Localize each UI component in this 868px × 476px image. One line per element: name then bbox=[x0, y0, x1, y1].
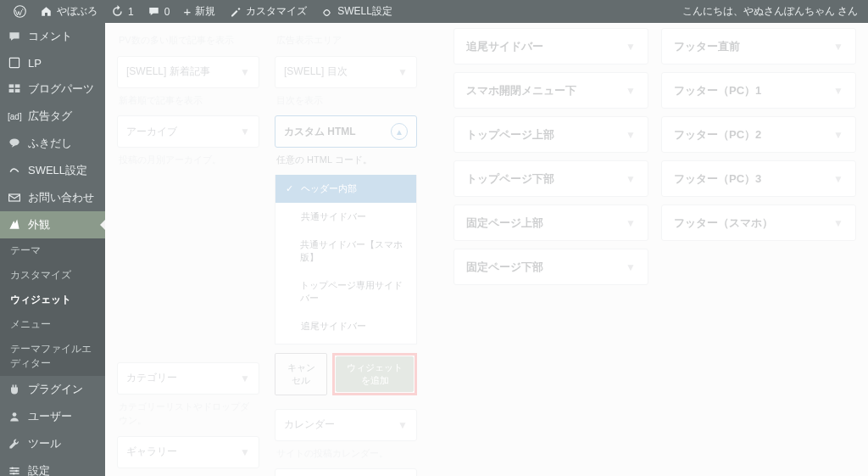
svg-point-8 bbox=[13, 412, 17, 417]
admin-toolbar: やぼぶろ 1 0 +新規 カスタマイズ SWELL設定 こんにちは、やぬさんぽん… bbox=[0, 0, 868, 23]
submenu-theme-editor[interactable]: テーマファイルエディター bbox=[0, 337, 105, 376]
svg-rect-10 bbox=[9, 470, 19, 472]
admin-sidebar: コメント LP ブログパーツ [ad]広告タグ ふきだし SWELL設定 お問い… bbox=[0, 23, 105, 476]
svg-point-13 bbox=[15, 470, 17, 472]
submenu-customize[interactable]: カスタマイズ bbox=[0, 263, 105, 288]
svg-rect-3 bbox=[15, 84, 20, 87]
svg-rect-2 bbox=[9, 84, 14, 87]
menu-blog-parts[interactable]: ブログパーツ bbox=[0, 76, 105, 103]
svg-rect-1 bbox=[9, 58, 19, 67]
greeting[interactable]: こんにちは、やぬさんぽんちゃん さん bbox=[682, 4, 861, 19]
menu-plugins[interactable]: プラグイン bbox=[0, 376, 105, 403]
svg-rect-9 bbox=[9, 468, 19, 469]
svg-rect-5 bbox=[15, 89, 20, 92]
menu-ad-tag[interactable]: [ad]広告タグ bbox=[0, 103, 105, 130]
comments-count[interactable]: 0 bbox=[141, 0, 177, 23]
svg-point-6 bbox=[9, 138, 19, 145]
menu-swell[interactable]: SWELL設定 bbox=[0, 157, 105, 184]
submenu-menus[interactable]: メニュー bbox=[0, 312, 105, 337]
svg-rect-7 bbox=[9, 194, 20, 201]
menu-lp[interactable]: LP bbox=[0, 50, 105, 76]
svg-point-14 bbox=[13, 473, 14, 474]
svg-point-12 bbox=[11, 468, 13, 469]
swell-settings-link[interactable]: SWELL設定 bbox=[314, 0, 399, 23]
wp-logo[interactable] bbox=[7, 0, 33, 23]
menu-comments[interactable]: コメント bbox=[0, 23, 105, 50]
main-content: PV数の多い順で記事を表示 [SWELL] 新着記事▼ 新着順で記事を表示 アー… bbox=[105, 23, 868, 476]
site-home[interactable]: やぼぶろ bbox=[33, 0, 104, 23]
menu-settings[interactable]: 設定 bbox=[0, 457, 105, 476]
updates[interactable]: 1 bbox=[104, 0, 141, 23]
submenu-widgets[interactable]: ウィジェット bbox=[0, 288, 105, 312]
menu-tools[interactable]: ツール bbox=[0, 430, 105, 457]
svg-rect-4 bbox=[9, 89, 14, 92]
submenu-themes[interactable]: テーマ bbox=[0, 238, 105, 263]
modal-overlay bbox=[105, 23, 868, 476]
menu-balloon[interactable]: ふきだし bbox=[0, 130, 105, 157]
menu-users[interactable]: ユーザー bbox=[0, 403, 105, 430]
customize-link[interactable]: カスタマイズ bbox=[222, 0, 314, 23]
menu-appearance[interactable]: 外観 bbox=[0, 211, 105, 238]
menu-contact[interactable]: お問い合わせ bbox=[0, 184, 105, 211]
new-content[interactable]: +新規 bbox=[176, 0, 222, 23]
